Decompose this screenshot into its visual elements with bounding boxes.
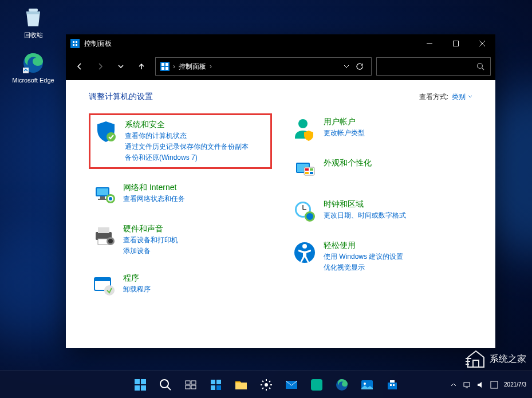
- breadcrumb-dropdown-icon[interactable]: [344, 64, 349, 69]
- store-button[interactable]: [381, 373, 404, 396]
- svg-rect-66: [211, 385, 215, 390]
- category-system-security: 系统和安全 查看你的计算机状态 通过文件历史记录保存你的文件备份副本 备份和还原…: [89, 113, 272, 169]
- chevron-down-icon: [468, 94, 472, 99]
- svg-line-59: [167, 387, 171, 390]
- category-link[interactable]: 查看你的计算机状态: [125, 131, 249, 141]
- navbar: › 控制面板 ›: [66, 53, 495, 80]
- svg-point-17: [478, 64, 483, 69]
- clock-icon: [293, 199, 317, 223]
- category-title[interactable]: 时钟和区域: [324, 199, 406, 210]
- svg-rect-78: [491, 381, 498, 388]
- maximize-button[interactable]: [443, 34, 469, 53]
- category-title[interactable]: 硬件和声音: [123, 224, 178, 234]
- search-box[interactable]: [376, 57, 491, 76]
- svg-rect-40: [310, 168, 313, 171]
- nav-up-button[interactable]: [132, 57, 151, 76]
- category-link[interactable]: 查看设备和打印机: [123, 235, 178, 245]
- category-appearance: 外观和个性化: [289, 155, 472, 186]
- view-mode-dropdown[interactable]: 类别: [452, 92, 472, 102]
- svg-rect-63: [191, 385, 196, 389]
- content-area: 调整计算机的设置 查看方式: 类别 系统和安全 查看你的计算机状态 通过文件: [66, 80, 495, 348]
- svg-point-19: [107, 132, 116, 141]
- task-view-button[interactable]: [179, 373, 202, 396]
- svg-rect-23: [98, 199, 107, 200]
- svg-rect-41: [305, 172, 309, 174]
- breadcrumb-segment[interactable]: 控制面板: [179, 62, 206, 72]
- category-title[interactable]: 轻松使用: [324, 241, 403, 251]
- category-title[interactable]: 外观和个性化: [324, 158, 372, 168]
- refresh-button[interactable]: [353, 57, 367, 76]
- control-panel-icon: [70, 39, 80, 48]
- app-button[interactable]: [305, 373, 328, 396]
- nav-back-button[interactable]: [70, 57, 89, 76]
- photos-button[interactable]: [356, 373, 379, 396]
- category-title[interactable]: 程序: [123, 273, 151, 283]
- svg-point-49: [302, 244, 307, 249]
- category-title[interactable]: 系统和安全: [125, 120, 249, 130]
- view-mode-label: 查看方式:: [419, 92, 448, 102]
- svg-rect-13: [161, 63, 164, 66]
- programs-icon: [92, 273, 116, 297]
- titlebar[interactable]: 控制面板: [66, 34, 495, 53]
- chevron-right-icon: ›: [210, 62, 212, 70]
- network-tray-icon[interactable]: [463, 381, 471, 389]
- explorer-button[interactable]: [230, 373, 253, 396]
- category-ease-of-access: 轻松使用 使用 Windows 建议的设置 优化视觉显示: [289, 237, 472, 276]
- tray-datetime[interactable]: 2021/7/3: [504, 381, 526, 388]
- svg-rect-61: [191, 381, 196, 384]
- volume-tray-icon[interactable]: [476, 381, 484, 389]
- svg-rect-2: [23, 68, 29, 73]
- svg-rect-75: [393, 384, 395, 386]
- network-icon: [92, 183, 116, 207]
- svg-rect-6: [73, 44, 74, 46]
- appearance-icon: [293, 158, 317, 182]
- svg-rect-62: [186, 385, 190, 389]
- category-hardware: 硬件和声音 查看设备和打印机 添加设备: [89, 220, 272, 259]
- svg-point-73: [364, 383, 366, 385]
- category-link[interactable]: 更改日期、时间或数字格式: [324, 211, 406, 220]
- category-title[interactable]: 网络和 Internet: [123, 183, 185, 193]
- svg-rect-39: [305, 168, 309, 171]
- desktop-icon-label: 回收站: [10, 31, 56, 40]
- search-button[interactable]: [154, 373, 177, 396]
- svg-rect-5: [76, 41, 77, 43]
- minimize-button[interactable]: [416, 34, 443, 53]
- svg-point-68: [265, 383, 268, 387]
- tray-chevron-icon[interactable]: [450, 381, 457, 388]
- svg-rect-50: [473, 360, 479, 367]
- address-bar[interactable]: › 控制面板 ›: [155, 57, 372, 76]
- svg-rect-70: [311, 379, 322, 391]
- category-link[interactable]: 备份和还原(Windows 7): [125, 153, 249, 163]
- category-network: 网络和 Internet 查看网络状态和任务: [89, 179, 272, 210]
- svg-rect-7: [76, 44, 77, 46]
- widgets-button[interactable]: [204, 373, 227, 396]
- nav-recent-button[interactable]: [112, 57, 130, 76]
- desktop-icon-recycle-bin[interactable]: 回收站: [10, 6, 56, 40]
- category-link[interactable]: 查看网络状态和任务: [123, 194, 185, 204]
- chevron-right-icon: ›: [173, 62, 175, 70]
- category-clock-region: 时钟和区域 更改日期、时间或数字格式: [289, 196, 472, 227]
- category-title[interactable]: 用户帐户: [324, 117, 365, 127]
- settings-button[interactable]: [255, 373, 278, 396]
- category-link[interactable]: 更改帐户类型: [324, 128, 365, 138]
- start-button[interactable]: [129, 373, 152, 396]
- category-programs: 程序 卸载程序: [89, 270, 272, 301]
- nav-forward-button[interactable]: [91, 57, 109, 76]
- category-link[interactable]: 添加设备: [123, 246, 178, 256]
- svg-rect-42: [310, 172, 313, 174]
- close-button[interactable]: [469, 34, 495, 53]
- edge-button[interactable]: [330, 373, 353, 396]
- svg-point-31: [108, 239, 113, 243]
- category-link[interactable]: 使用 Windows 建议的设置: [324, 252, 403, 262]
- edge-icon: [22, 52, 45, 74]
- ime-tray-icon[interactable]: [490, 381, 498, 389]
- svg-rect-55: [141, 379, 146, 384]
- desktop-icon-edge[interactable]: Microsoft Edge: [10, 52, 56, 84]
- accessibility-icon: [293, 241, 317, 265]
- category-link[interactable]: 优化视觉显示: [324, 263, 403, 273]
- system-tray[interactable]: 2021/7/3: [450, 381, 526, 389]
- category-link[interactable]: 通过文件历史记录保存你的文件备份副本: [125, 142, 249, 152]
- mail-button[interactable]: [280, 373, 303, 396]
- category-link[interactable]: 卸载程序: [123, 285, 151, 294]
- svg-rect-67: [216, 385, 221, 390]
